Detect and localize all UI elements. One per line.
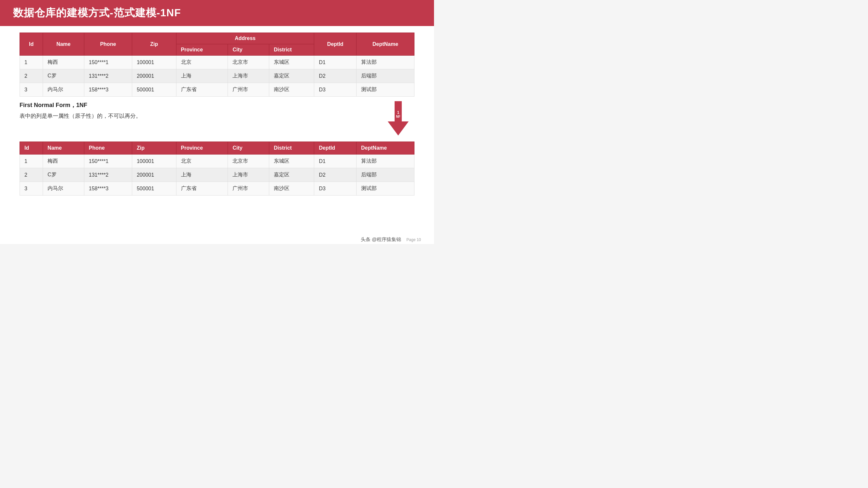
svg-text:1: 1 xyxy=(397,110,400,115)
table-row: 1梅西150****1100001北京北京市东城区D1算法部 xyxy=(20,56,414,69)
th-deptname: DeptName xyxy=(356,33,414,56)
th-id: Id xyxy=(20,33,43,56)
slide: 数据仓库的建模方式-范式建模-1NF Id Name Phone Zip Add… xyxy=(0,0,434,244)
table2-wrapper: Id Name Phone Zip Province City District… xyxy=(20,141,414,196)
footer-page: Page 10 xyxy=(406,237,421,242)
th-phone: Phone xyxy=(84,33,132,56)
form-title: First Normal Form，1NF xyxy=(20,101,375,109)
middle-section: First Normal Form，1NF 表中的列是单一属性（原子性）的，不可… xyxy=(20,101,414,137)
footer-bar: 头条 @程序猿集锦 Page 10 xyxy=(0,235,434,244)
th-address: Address xyxy=(176,33,314,44)
table-row: 2C罗131****2200001上海上海市嘉定区D2后端部 xyxy=(20,69,414,83)
th2-phone: Phone xyxy=(84,142,132,155)
svg-text:NF: NF xyxy=(396,115,400,119)
header-bar: 数据仓库的建模方式-范式建模-1NF xyxy=(0,0,434,26)
table2: Id Name Phone Zip Province City District… xyxy=(20,141,414,196)
table1-header-row1: Id Name Phone Zip Address DeptId DeptNam… xyxy=(20,33,414,44)
table-row: 1梅西150****1100001北京北京市东城区D1算法部 xyxy=(20,155,414,168)
table2-header-row: Id Name Phone Zip Province City District… xyxy=(20,142,414,155)
arrow-container: 1 NF xyxy=(387,101,410,137)
th-district: District xyxy=(269,44,314,56)
th2-city: City xyxy=(228,142,269,155)
table1-body: 1梅西150****1100001北京北京市东城区D1算法部2C罗131****… xyxy=(20,56,414,97)
table1: Id Name Phone Zip Address DeptId DeptNam… xyxy=(20,33,414,97)
th-city: City xyxy=(228,44,269,56)
th2-deptname: DeptName xyxy=(356,142,414,155)
th2-district: District xyxy=(269,142,314,155)
svg-marker-1 xyxy=(388,121,409,135)
text-section: First Normal Form，1NF 表中的列是单一属性（原子性）的，不可… xyxy=(20,101,375,120)
th2-name: Name xyxy=(43,142,84,155)
footer-brand: 头条 @程序猿集锦 xyxy=(361,236,401,243)
table1-wrapper: Id Name Phone Zip Address DeptId DeptNam… xyxy=(20,33,414,97)
content-area: Id Name Phone Zip Address DeptId DeptNam… xyxy=(0,26,434,235)
table-row: 2C罗131****2200001上海上海市嘉定区D2后端部 xyxy=(20,168,414,182)
table2-body: 1梅西150****1100001北京北京市东城区D1算法部2C罗131****… xyxy=(20,155,414,196)
form-desc: 表中的列是单一属性（原子性）的，不可以再分。 xyxy=(20,112,375,120)
table-row: 3内马尔158****3500001广东省广州市南沙区D3测试部 xyxy=(20,182,414,196)
th2-zip: Zip xyxy=(132,142,176,155)
page-title: 数据仓库的建模方式-范式建模-1NF xyxy=(13,6,181,20)
th2-province: Province xyxy=(176,142,228,155)
table-row: 3内马尔158****3500001广东省广州市南沙区D3测试部 xyxy=(20,83,414,97)
th2-deptid: DeptId xyxy=(314,142,356,155)
th-zip: Zip xyxy=(132,33,176,56)
th2-id: Id xyxy=(20,142,43,155)
arrow-section: 1 NF xyxy=(382,101,414,137)
arrow-icon: 1 NF xyxy=(387,101,410,137)
th-name: Name xyxy=(43,33,84,56)
th-province: Province xyxy=(176,44,228,56)
th-deptid: DeptId xyxy=(314,33,356,56)
